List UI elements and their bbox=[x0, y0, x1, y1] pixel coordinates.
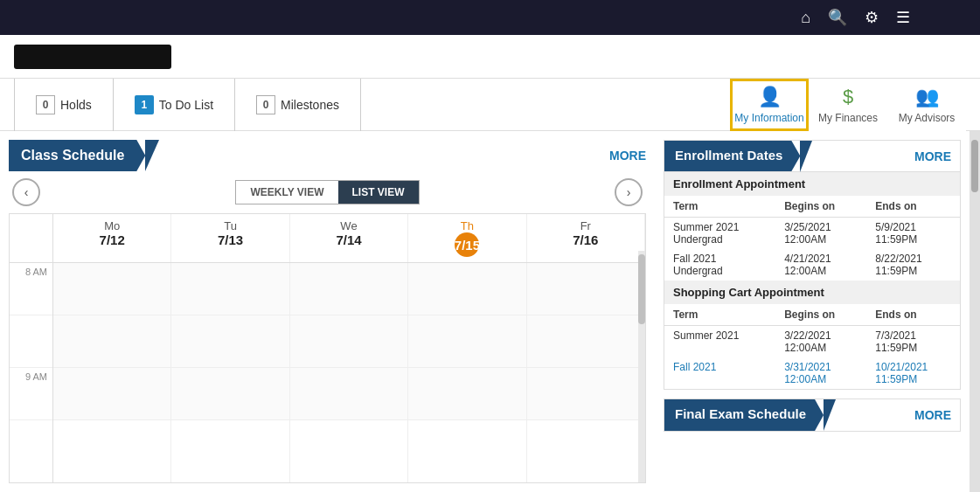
my-advisors-label: My Advisors bbox=[899, 112, 956, 124]
next-week-button[interactable]: › bbox=[615, 178, 643, 206]
advisors-icon: 👥 bbox=[915, 86, 939, 108]
person-icon: 👤 bbox=[758, 86, 782, 108]
day-header-we: We 7/14 bbox=[290, 214, 408, 262]
content-area: Class Schedule MORE ‹ WEEKLY VIEW LIST V… bbox=[0, 131, 980, 492]
search-icon[interactable]: 🔍 bbox=[828, 8, 847, 27]
right-panel: Enrollment Dates MORE Enrollment Appoint… bbox=[655, 131, 970, 492]
enrollment-row-2: Fall 2021Undergrad 4/21/202112:00AM 8/22… bbox=[664, 249, 960, 281]
time-slot-8am: 8 AM bbox=[10, 263, 52, 315]
class-schedule-more-link[interactable]: MORE bbox=[609, 149, 646, 163]
final-exam-title: Final Exam Schedule bbox=[664, 399, 824, 431]
day-col-fr bbox=[527, 263, 645, 483]
nav-tabs-left: 0 Holds 1 To Do List 0 Milestones bbox=[14, 79, 361, 131]
enroll-term-1: Summer 2021Undergrad bbox=[664, 218, 775, 250]
enroll-begins-1: 3/25/202112:00AM bbox=[775, 218, 866, 250]
dollar-icon: $ bbox=[843, 86, 853, 108]
shopping-ends-2: 10/21/202111:59PM bbox=[866, 357, 960, 389]
day-header-fr: Fr 7/16 bbox=[527, 214, 645, 262]
logo bbox=[14, 45, 171, 69]
shopping-term-1: Summer 2021 bbox=[664, 326, 775, 358]
settings-icon[interactable]: ⚙ bbox=[865, 8, 879, 27]
holds-label: Holds bbox=[60, 98, 92, 112]
day-header-th: Th 7/15 bbox=[408, 214, 526, 262]
todo-badge: 1 bbox=[135, 95, 154, 114]
time-col: 8 AM 9 AM bbox=[10, 263, 53, 483]
day-col-tu bbox=[171, 263, 289, 483]
enrollment-more-link[interactable]: MORE bbox=[914, 141, 951, 171]
view-toggle-row: ‹ WEEKLY VIEW LIST VIEW › bbox=[9, 178, 646, 206]
enrollment-row-1: Summer 2021Undergrad 3/25/202112:00AM 5/… bbox=[664, 218, 960, 250]
calendar-body: 8 AM 9 AM bbox=[10, 263, 645, 483]
top-nav: ⌂ 🔍 ⚙ ☰ bbox=[0, 0, 980, 35]
enrollment-table: Enrollment Appointment Term Begins on En… bbox=[664, 172, 960, 389]
scrollbar-thumb bbox=[971, 140, 978, 192]
enroll-begins-2: 4/21/202112:00AM bbox=[775, 249, 866, 281]
milestones-label: Milestones bbox=[281, 98, 339, 112]
weekly-view-button[interactable]: WEEKLY VIEW bbox=[236, 181, 337, 204]
class-schedule-header-row: Class Schedule MORE bbox=[9, 140, 646, 171]
holds-badge: 0 bbox=[36, 95, 55, 114]
menu-icon[interactable]: ☰ bbox=[896, 8, 910, 27]
time-slot-blank bbox=[10, 315, 52, 368]
day-header-mo: Mo 7/12 bbox=[53, 214, 171, 262]
class-schedule-title: Class Schedule bbox=[21, 148, 124, 163]
enroll-ends-2: 8/22/202111:59PM bbox=[866, 249, 960, 281]
enrollment-appointment-header: Enrollment Appointment bbox=[664, 172, 960, 196]
calendar-header: Mo 7/12 Tu 7/13 We 7/14 Th 7/15 bbox=[10, 214, 645, 263]
day-col-th bbox=[408, 263, 526, 483]
todo-label: To Do List bbox=[159, 98, 213, 112]
header-strip bbox=[0, 35, 980, 79]
todo-nav-item[interactable]: 1 To Do List bbox=[114, 79, 235, 131]
day-col-mo bbox=[53, 263, 171, 483]
milestones-badge: 0 bbox=[256, 95, 275, 114]
nav-tabs-row: 0 Holds 1 To Do List 0 Milestones 👤 My I… bbox=[0, 79, 980, 131]
nav-tabs-right: 👤 My Information $ My Finances 👥 My Advi… bbox=[730, 79, 966, 131]
calendar-grid: Mo 7/12 Tu 7/13 We 7/14 Th 7/15 bbox=[9, 213, 646, 483]
holds-nav-item[interactable]: 0 Holds bbox=[14, 79, 114, 131]
shopping-ends-1: 7/3/202111:59PM bbox=[866, 326, 960, 358]
enroll-term-2: Fall 2021Undergrad bbox=[664, 249, 775, 281]
my-finances-label: My Finances bbox=[818, 112, 878, 124]
list-view-button[interactable]: LIST VIEW bbox=[338, 181, 419, 204]
time-slot-9am: 9 AM bbox=[10, 368, 52, 420]
enrollment-dates-section: Enrollment Dates MORE Enrollment Appoint… bbox=[664, 140, 961, 390]
class-schedule-header: Class Schedule bbox=[9, 140, 145, 171]
my-information-tab[interactable]: 👤 My Information bbox=[730, 79, 809, 131]
left-panel: Class Schedule MORE ‹ WEEKLY VIEW LIST V… bbox=[0, 131, 655, 492]
day-col-we bbox=[290, 263, 408, 483]
shopping-col-headers: Term Begins on Ends on bbox=[664, 304, 960, 326]
my-advisors-tab[interactable]: 👥 My Advisors bbox=[887, 79, 966, 131]
enrollment-col-headers: Term Begins on Ends on bbox=[664, 196, 960, 218]
shopping-row-1: Summer 2021 3/22/202112:00AM 7/3/202111:… bbox=[664, 326, 960, 358]
shopping-begins-2: 3/31/202112:00AM bbox=[775, 357, 866, 389]
view-toggle-buttons: WEEKLY VIEW LIST VIEW bbox=[235, 180, 419, 204]
enroll-ends-1: 5/9/202111:59PM bbox=[866, 218, 960, 250]
home-icon[interactable]: ⌂ bbox=[801, 9, 810, 27]
day-header-tu: Tu 7/13 bbox=[171, 214, 289, 262]
final-exam-more-link[interactable]: MORE bbox=[914, 399, 951, 431]
shopping-row-2: Fall 2021 3/31/202112:00AM 10/21/202111:… bbox=[664, 357, 960, 389]
my-finances-tab[interactable]: $ My Finances bbox=[809, 79, 887, 131]
outer-scrollbar[interactable] bbox=[970, 131, 980, 492]
shopping-term-2[interactable]: Fall 2021 bbox=[664, 357, 775, 389]
shopping-cart-header: Shopping Cart Appointment bbox=[664, 281, 960, 304]
milestones-nav-item[interactable]: 0 Milestones bbox=[235, 79, 361, 131]
shopping-begins-1: 3/22/202112:00AM bbox=[775, 326, 866, 358]
final-exam-section: Final Exam Schedule MORE bbox=[664, 398, 961, 432]
enrollment-dates-title: Enrollment Dates bbox=[664, 141, 800, 171]
my-information-label: My Information bbox=[734, 112, 803, 124]
prev-week-button[interactable]: ‹ bbox=[12, 178, 40, 206]
main-wrapper: 0 Holds 1 To Do List 0 Milestones 👤 My I… bbox=[0, 35, 980, 492]
